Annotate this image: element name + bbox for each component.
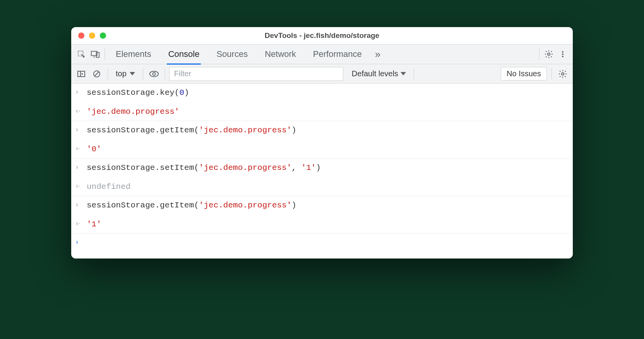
inspect-element-icon[interactable] bbox=[74, 47, 88, 61]
console-subbar: top Default levels No Issues bbox=[71, 64, 573, 84]
prompt-output-icon: ‹· bbox=[76, 143, 87, 154]
caret-down-icon bbox=[401, 72, 406, 75]
svg-point-6 bbox=[562, 56, 564, 57]
console-row: ‹·'1' bbox=[71, 215, 573, 234]
code-text: undefined bbox=[87, 181, 130, 193]
close-window-button[interactable] bbox=[78, 33, 84, 39]
window-title: DevTools - jec.fish/demo/storage bbox=[71, 31, 573, 40]
device-toolbar-icon[interactable] bbox=[88, 47, 102, 61]
tab-console[interactable]: Console bbox=[160, 44, 208, 64]
console-row: ‹·'0' bbox=[71, 140, 573, 159]
execution-context-select[interactable]: top bbox=[112, 67, 139, 80]
separator bbox=[143, 68, 143, 79]
tab-sources[interactable]: Sources bbox=[208, 44, 256, 64]
filter-input[interactable] bbox=[169, 67, 343, 81]
separator bbox=[165, 68, 165, 79]
titlebar: DevTools - jec.fish/demo/storage bbox=[71, 27, 573, 44]
code-text: sessionStorage.getItem('jec.demo.progres… bbox=[87, 199, 296, 212]
prompt-input-icon: › bbox=[76, 162, 87, 172]
more-menu-icon[interactable] bbox=[556, 47, 570, 61]
panel-tabs: Elements Console Sources Network Perform… bbox=[107, 44, 537, 64]
clear-console-icon[interactable] bbox=[90, 67, 104, 81]
toolbar-right bbox=[537, 47, 570, 61]
levels-label: Default levels bbox=[352, 69, 398, 78]
tab-network[interactable]: Network bbox=[256, 44, 305, 64]
prompt-input-icon: › bbox=[76, 199, 87, 210]
separator bbox=[104, 49, 105, 60]
prompt-input-icon: › bbox=[76, 87, 87, 97]
issues-button[interactable]: No Issues bbox=[501, 67, 547, 80]
prompt-caret-icon: › bbox=[76, 237, 87, 247]
code-text: '1' bbox=[87, 218, 101, 231]
svg-point-3 bbox=[548, 53, 550, 55]
code-text: sessionStorage.key(0) bbox=[87, 87, 189, 99]
zoom-window-button[interactable] bbox=[100, 33, 106, 39]
sidebar-toggle-icon[interactable] bbox=[74, 67, 88, 81]
console-row: ‹·undefined bbox=[71, 178, 573, 197]
tab-elements[interactable]: Elements bbox=[107, 44, 160, 64]
console-row: ›sessionStorage.getItem('jec.demo.progre… bbox=[71, 121, 573, 140]
svg-point-4 bbox=[562, 51, 564, 53]
code-text: sessionStorage.getItem('jec.demo.progres… bbox=[87, 124, 296, 137]
caret-down-icon bbox=[130, 72, 135, 75]
code-text: sessionStorage.setItem('jec.demo.progres… bbox=[87, 162, 321, 174]
minimize-window-button[interactable] bbox=[89, 33, 95, 39]
prompt-output-icon: ‹· bbox=[76, 218, 87, 229]
separator bbox=[414, 68, 414, 79]
log-levels-select[interactable]: Default levels bbox=[348, 69, 410, 78]
settings-gear-icon[interactable] bbox=[542, 47, 556, 61]
console-row: ›sessionStorage.setItem('jec.demo.progre… bbox=[71, 159, 573, 178]
separator bbox=[539, 49, 540, 60]
main-toolbar: Elements Console Sources Network Perform… bbox=[71, 44, 573, 64]
traffic-lights bbox=[71, 33, 106, 39]
code-text: 'jec.demo.progress' bbox=[87, 106, 179, 118]
svg-line-10 bbox=[95, 72, 99, 76]
console-settings-gear-icon[interactable] bbox=[556, 67, 570, 81]
more-tabs-button[interactable]: » bbox=[370, 48, 385, 60]
console-row: ‹·'jec.demo.progress' bbox=[71, 103, 573, 122]
console-row: ›sessionStorage.getItem('jec.demo.progre… bbox=[71, 196, 573, 215]
live-expression-icon[interactable] bbox=[147, 67, 161, 81]
prompt-input-icon: › bbox=[76, 124, 87, 135]
prompt-output-icon: ‹· bbox=[76, 106, 87, 116]
svg-point-12 bbox=[562, 73, 564, 75]
svg-point-5 bbox=[562, 53, 564, 55]
code-text: '0' bbox=[87, 143, 101, 156]
console-prompt-row[interactable]: › bbox=[71, 234, 573, 251]
tab-performance[interactable]: Performance bbox=[305, 44, 370, 64]
console-output: ›sessionStorage.key(0)‹·'jec.demo.progre… bbox=[71, 84, 573, 259]
separator bbox=[552, 68, 552, 79]
devtools-window: DevTools - jec.fish/demo/storage Element… bbox=[71, 27, 573, 259]
svg-point-11 bbox=[152, 72, 155, 75]
separator bbox=[108, 68, 108, 79]
prompt-output-icon: ‹· bbox=[76, 181, 87, 191]
console-row: ›sessionStorage.key(0) bbox=[71, 84, 573, 103]
svg-rect-7 bbox=[78, 71, 85, 77]
context-label: top bbox=[116, 69, 127, 78]
